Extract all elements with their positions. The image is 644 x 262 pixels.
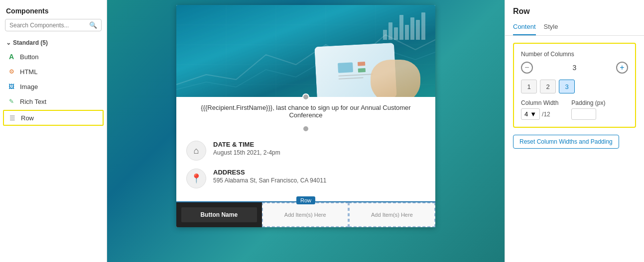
address-row: 📍 ADDRESS 595 Alabama St, San Francisco,… bbox=[186, 169, 425, 188]
sidebar-item-label: Button bbox=[20, 53, 39, 61]
row-icon: ☰ bbox=[8, 113, 17, 122]
svg-rect-8 bbox=[338, 62, 353, 73]
rich-text-icon: ✎ bbox=[7, 97, 16, 106]
sidebar-item-row[interactable]: ☰ Row bbox=[3, 110, 104, 126]
button-name[interactable]: Button Name bbox=[181, 207, 257, 222]
sidebar-item-label: Image bbox=[20, 83, 38, 90]
panel-content: Number of Columns − 3 + 1 2 3 Column Wid… bbox=[505, 36, 644, 156]
row-section: Row Button Name Add Item(s) Here Add Ite… bbox=[176, 201, 435, 227]
col-1-button[interactable]: 1 bbox=[521, 80, 537, 93]
col-width-value: 4 bbox=[524, 110, 528, 118]
sidebar-item-label: Row bbox=[21, 114, 34, 122]
drag-handle-top[interactable] bbox=[302, 93, 309, 100]
tab-style[interactable]: Style bbox=[544, 19, 558, 35]
search-input[interactable] bbox=[9, 22, 89, 29]
num-columns-value: 3 bbox=[538, 64, 611, 72]
date-value: August 15th 2021, 2-4pm bbox=[213, 149, 280, 156]
columns-box: Number of Columns − 3 + 1 2 3 Column Wid… bbox=[513, 43, 636, 128]
sidebar-title: Components bbox=[0, 0, 107, 19]
email-hero bbox=[176, 5, 435, 97]
svg-rect-10 bbox=[358, 68, 366, 73]
chevron-down-icon: ⌄ bbox=[6, 39, 11, 46]
col-width-label: Column Width bbox=[521, 99, 558, 106]
address-label: ADDRESS bbox=[213, 169, 326, 176]
category-header[interactable]: ⌄ Standard (5) bbox=[0, 36, 107, 49]
email-text-section: {{{Recipient.FirstName}}}, last chance t… bbox=[176, 97, 435, 136]
col-2-button[interactable]: 2 bbox=[540, 80, 556, 93]
search-bar[interactable]: 🔍 bbox=[5, 19, 102, 31]
row-label: Row bbox=[296, 196, 315, 204]
components-sidebar: Components 🔍 ⌄ Standard (5) A Button ⚙ H… bbox=[0, 0, 107, 262]
sidebar-item-html[interactable]: ⚙ HTML bbox=[0, 64, 107, 79]
row-column-2[interactable]: Add Item(s) Here bbox=[262, 202, 349, 227]
date-icon: ⌂ bbox=[186, 141, 206, 161]
num-columns-label: Number of Columns bbox=[521, 51, 628, 58]
col-width-suffix: /12 bbox=[542, 111, 550, 118]
search-icon: 🔍 bbox=[89, 21, 97, 29]
hand-simulation bbox=[371, 60, 420, 97]
canvas-area: {{{Recipient.FirstName}}}, last chance t… bbox=[107, 0, 505, 262]
button-icon: A bbox=[7, 52, 16, 61]
svg-rect-9 bbox=[358, 62, 365, 66]
svg-rect-11 bbox=[338, 74, 373, 77]
padding-input[interactable] bbox=[571, 108, 596, 120]
sidebar-item-label: Rich Text bbox=[20, 98, 46, 105]
column-selector: 1 2 3 bbox=[521, 80, 628, 93]
decrement-button[interactable]: − bbox=[521, 62, 533, 74]
hero-bars-chart bbox=[383, 10, 425, 40]
image-icon: 🖼 bbox=[7, 82, 16, 91]
date-details: DATE & TIME August 15th 2021, 2-4pm bbox=[213, 141, 280, 156]
padding-label: Padding (px) bbox=[571, 99, 605, 106]
col-width-row: Column Width 4 ▼ /12 Padding (px) bbox=[521, 99, 628, 120]
sidebar-item-button[interactable]: A Button bbox=[0, 49, 107, 64]
address-icon: 📍 bbox=[186, 169, 206, 188]
row-column-1: Button Name bbox=[176, 202, 262, 227]
row-columns: Button Name Add Item(s) Here Add Item(s)… bbox=[176, 202, 435, 227]
col-width-select[interactable]: 4 ▼ bbox=[521, 108, 540, 120]
date-label: DATE & TIME bbox=[213, 141, 280, 148]
add-items-2: Add Item(s) Here bbox=[371, 212, 413, 218]
tablet-content bbox=[335, 59, 377, 86]
address-details: ADDRESS 595 Alabama St, San Francisco, C… bbox=[213, 169, 326, 184]
sidebar-item-label: HTML bbox=[20, 68, 37, 76]
email-merge-tag: {{{Recipient.FirstName}}}, last chance t… bbox=[201, 104, 410, 119]
number-control: − 3 + bbox=[521, 62, 628, 74]
sidebar-item-rich-text[interactable]: ✎ Rich Text bbox=[0, 94, 107, 109]
add-items-1: Add Item(s) Here bbox=[284, 212, 326, 218]
panel-tabs: Content Style bbox=[505, 19, 644, 36]
html-icon: ⚙ bbox=[7, 67, 16, 76]
reset-button[interactable]: Reset Column Widths and Padding bbox=[513, 135, 619, 149]
col-3-button[interactable]: 3 bbox=[559, 80, 575, 93]
sidebar-item-image[interactable]: 🖼 Image bbox=[0, 79, 107, 94]
email-canvas: {{{Recipient.FirstName}}}, last chance t… bbox=[176, 5, 435, 227]
row-column-3[interactable]: Add Item(s) Here bbox=[349, 202, 435, 227]
drag-handle-bottom[interactable] bbox=[302, 125, 309, 132]
panel-title: Row bbox=[505, 0, 644, 19]
increment-button[interactable]: + bbox=[616, 62, 628, 74]
address-value: 595 Alabama St, San Francisco, CA 94011 bbox=[213, 177, 326, 184]
dropdown-arrow-icon: ▼ bbox=[530, 110, 536, 118]
date-time-row: ⌂ DATE & TIME August 15th 2021, 2-4pm bbox=[186, 141, 425, 161]
email-body: ⌂ DATE & TIME August 15th 2021, 2-4pm 📍 … bbox=[176, 136, 435, 201]
tab-content[interactable]: Content bbox=[513, 19, 536, 35]
right-panel: Row Content Style Number of Columns − 3 … bbox=[505, 0, 644, 262]
svg-rect-12 bbox=[339, 77, 364, 80]
